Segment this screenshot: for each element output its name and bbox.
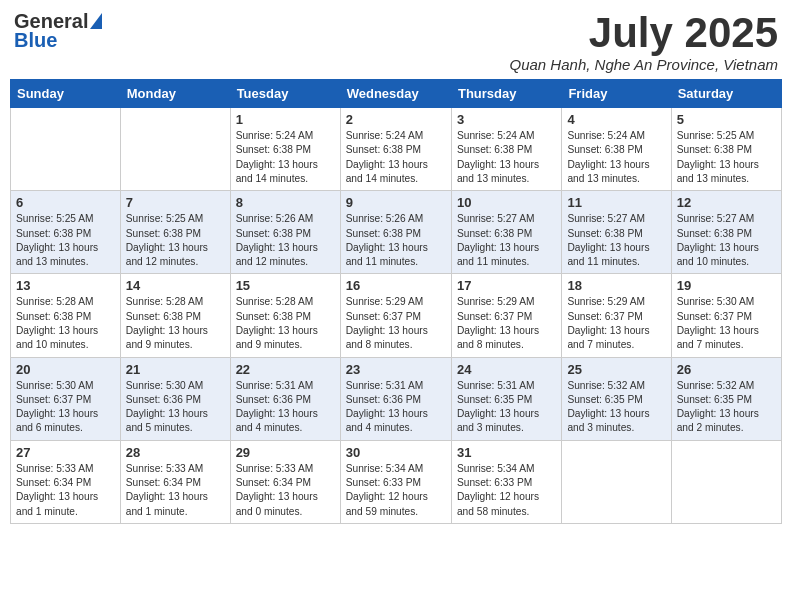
table-row: 19Sunrise: 5:30 AM Sunset: 6:37 PM Dayli… [671, 274, 781, 357]
table-row: 20Sunrise: 5:30 AM Sunset: 6:37 PM Dayli… [11, 357, 121, 440]
logo-blue: Blue [14, 29, 57, 52]
table-row: 30Sunrise: 5:34 AM Sunset: 6:33 PM Dayli… [340, 440, 451, 523]
table-row: 9Sunrise: 5:26 AM Sunset: 6:38 PM Daylig… [340, 191, 451, 274]
day-info: Sunrise: 5:25 AM Sunset: 6:38 PM Dayligh… [677, 129, 776, 186]
table-row: 10Sunrise: 5:27 AM Sunset: 6:38 PM Dayli… [451, 191, 561, 274]
table-row: 6Sunrise: 5:25 AM Sunset: 6:38 PM Daylig… [11, 191, 121, 274]
calendar-title: July 2025 [510, 10, 779, 56]
day-number: 15 [236, 278, 335, 293]
day-number: 31 [457, 445, 556, 460]
calendar-week-row: 13Sunrise: 5:28 AM Sunset: 6:38 PM Dayli… [11, 274, 782, 357]
day-number: 20 [16, 362, 115, 377]
day-number: 28 [126, 445, 225, 460]
table-row: 24Sunrise: 5:31 AM Sunset: 6:35 PM Dayli… [451, 357, 561, 440]
day-number: 23 [346, 362, 446, 377]
day-number: 5 [677, 112, 776, 127]
calendar-week-row: 1Sunrise: 5:24 AM Sunset: 6:38 PM Daylig… [11, 108, 782, 191]
day-number: 6 [16, 195, 115, 210]
table-row: 7Sunrise: 5:25 AM Sunset: 6:38 PM Daylig… [120, 191, 230, 274]
table-row: 22Sunrise: 5:31 AM Sunset: 6:36 PM Dayli… [230, 357, 340, 440]
day-info: Sunrise: 5:26 AM Sunset: 6:38 PM Dayligh… [236, 212, 335, 269]
header-wednesday: Wednesday [340, 80, 451, 108]
header-friday: Friday [562, 80, 671, 108]
logo-triangle [90, 13, 102, 29]
day-info: Sunrise: 5:31 AM Sunset: 6:36 PM Dayligh… [236, 379, 335, 436]
table-row: 4Sunrise: 5:24 AM Sunset: 6:38 PM Daylig… [562, 108, 671, 191]
day-number: 22 [236, 362, 335, 377]
table-row: 28Sunrise: 5:33 AM Sunset: 6:34 PM Dayli… [120, 440, 230, 523]
day-number: 9 [346, 195, 446, 210]
calendar-week-row: 20Sunrise: 5:30 AM Sunset: 6:37 PM Dayli… [11, 357, 782, 440]
table-row: 23Sunrise: 5:31 AM Sunset: 6:36 PM Dayli… [340, 357, 451, 440]
page-header: General Blue July 2025 Quan Hanh, Nghe A… [10, 10, 782, 73]
calendar-table: Sunday Monday Tuesday Wednesday Thursday… [10, 79, 782, 524]
day-info: Sunrise: 5:28 AM Sunset: 6:38 PM Dayligh… [236, 295, 335, 352]
table-row: 12Sunrise: 5:27 AM Sunset: 6:38 PM Dayli… [671, 191, 781, 274]
day-info: Sunrise: 5:33 AM Sunset: 6:34 PM Dayligh… [236, 462, 335, 519]
day-info: Sunrise: 5:29 AM Sunset: 6:37 PM Dayligh… [346, 295, 446, 352]
table-row: 26Sunrise: 5:32 AM Sunset: 6:35 PM Dayli… [671, 357, 781, 440]
day-info: Sunrise: 5:34 AM Sunset: 6:33 PM Dayligh… [346, 462, 446, 519]
header-tuesday: Tuesday [230, 80, 340, 108]
table-row: 18Sunrise: 5:29 AM Sunset: 6:37 PM Dayli… [562, 274, 671, 357]
calendar-subtitle: Quan Hanh, Nghe An Province, Vietnam [510, 56, 779, 73]
day-number: 21 [126, 362, 225, 377]
day-number: 16 [346, 278, 446, 293]
day-number: 10 [457, 195, 556, 210]
title-block: July 2025 Quan Hanh, Nghe An Province, V… [510, 10, 779, 73]
day-info: Sunrise: 5:33 AM Sunset: 6:34 PM Dayligh… [16, 462, 115, 519]
table-row: 21Sunrise: 5:30 AM Sunset: 6:36 PM Dayli… [120, 357, 230, 440]
header-monday: Monday [120, 80, 230, 108]
day-number: 18 [567, 278, 665, 293]
day-number: 27 [16, 445, 115, 460]
table-row [120, 108, 230, 191]
day-info: Sunrise: 5:29 AM Sunset: 6:37 PM Dayligh… [457, 295, 556, 352]
table-row: 16Sunrise: 5:29 AM Sunset: 6:37 PM Dayli… [340, 274, 451, 357]
day-number: 1 [236, 112, 335, 127]
day-info: Sunrise: 5:31 AM Sunset: 6:36 PM Dayligh… [346, 379, 446, 436]
day-info: Sunrise: 5:24 AM Sunset: 6:38 PM Dayligh… [567, 129, 665, 186]
day-number: 2 [346, 112, 446, 127]
day-info: Sunrise: 5:31 AM Sunset: 6:35 PM Dayligh… [457, 379, 556, 436]
day-number: 8 [236, 195, 335, 210]
day-info: Sunrise: 5:30 AM Sunset: 6:36 PM Dayligh… [126, 379, 225, 436]
table-row [11, 108, 121, 191]
day-info: Sunrise: 5:29 AM Sunset: 6:37 PM Dayligh… [567, 295, 665, 352]
day-info: Sunrise: 5:27 AM Sunset: 6:38 PM Dayligh… [457, 212, 556, 269]
day-info: Sunrise: 5:24 AM Sunset: 6:38 PM Dayligh… [346, 129, 446, 186]
header-thursday: Thursday [451, 80, 561, 108]
table-row [671, 440, 781, 523]
day-info: Sunrise: 5:25 AM Sunset: 6:38 PM Dayligh… [16, 212, 115, 269]
day-info: Sunrise: 5:27 AM Sunset: 6:38 PM Dayligh… [677, 212, 776, 269]
table-row: 17Sunrise: 5:29 AM Sunset: 6:37 PM Dayli… [451, 274, 561, 357]
table-row: 1Sunrise: 5:24 AM Sunset: 6:38 PM Daylig… [230, 108, 340, 191]
day-number: 12 [677, 195, 776, 210]
logo: General Blue [14, 10, 102, 52]
table-row: 13Sunrise: 5:28 AM Sunset: 6:38 PM Dayli… [11, 274, 121, 357]
table-row: 8Sunrise: 5:26 AM Sunset: 6:38 PM Daylig… [230, 191, 340, 274]
day-number: 26 [677, 362, 776, 377]
day-number: 4 [567, 112, 665, 127]
day-number: 25 [567, 362, 665, 377]
day-info: Sunrise: 5:28 AM Sunset: 6:38 PM Dayligh… [126, 295, 225, 352]
table-row: 25Sunrise: 5:32 AM Sunset: 6:35 PM Dayli… [562, 357, 671, 440]
day-info: Sunrise: 5:32 AM Sunset: 6:35 PM Dayligh… [677, 379, 776, 436]
calendar-week-row: 27Sunrise: 5:33 AM Sunset: 6:34 PM Dayli… [11, 440, 782, 523]
day-number: 29 [236, 445, 335, 460]
day-info: Sunrise: 5:30 AM Sunset: 6:37 PM Dayligh… [677, 295, 776, 352]
calendar-header-row: Sunday Monday Tuesday Wednesday Thursday… [11, 80, 782, 108]
table-row: 31Sunrise: 5:34 AM Sunset: 6:33 PM Dayli… [451, 440, 561, 523]
header-saturday: Saturday [671, 80, 781, 108]
day-info: Sunrise: 5:28 AM Sunset: 6:38 PM Dayligh… [16, 295, 115, 352]
day-info: Sunrise: 5:24 AM Sunset: 6:38 PM Dayligh… [236, 129, 335, 186]
day-info: Sunrise: 5:30 AM Sunset: 6:37 PM Dayligh… [16, 379, 115, 436]
table-row [562, 440, 671, 523]
day-info: Sunrise: 5:32 AM Sunset: 6:35 PM Dayligh… [567, 379, 665, 436]
table-row: 5Sunrise: 5:25 AM Sunset: 6:38 PM Daylig… [671, 108, 781, 191]
day-number: 13 [16, 278, 115, 293]
table-row: 29Sunrise: 5:33 AM Sunset: 6:34 PM Dayli… [230, 440, 340, 523]
table-row: 15Sunrise: 5:28 AM Sunset: 6:38 PM Dayli… [230, 274, 340, 357]
header-sunday: Sunday [11, 80, 121, 108]
table-row: 3Sunrise: 5:24 AM Sunset: 6:38 PM Daylig… [451, 108, 561, 191]
day-info: Sunrise: 5:34 AM Sunset: 6:33 PM Dayligh… [457, 462, 556, 519]
